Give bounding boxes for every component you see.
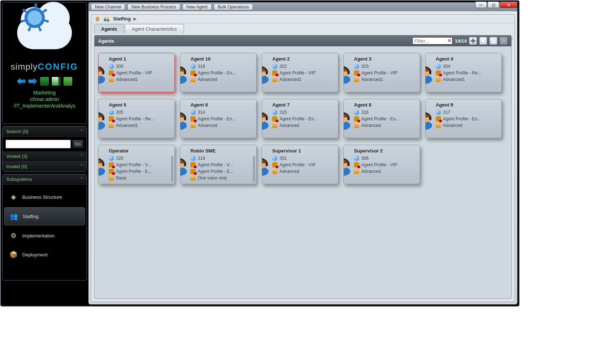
tab-agents[interactable]: Agents	[94, 24, 124, 34]
svg-point-34	[180, 121, 187, 130]
minimize-button[interactable]: —	[475, 1, 487, 8]
agent-card[interactable]: Agent 8 316 Agent Profile - En...Advance…	[343, 99, 420, 138]
agent-avatar-icon	[262, 109, 272, 130]
tab-agent-characteristics[interactable]: Agent Characteristics	[125, 24, 184, 34]
agent-group: Advanced	[443, 122, 462, 129]
search-go-button[interactable]: Go	[72, 140, 84, 148]
profile-icon	[272, 70, 277, 75]
tenant-info: Marketing ct\mar.admin /IT_ImplementerAn…	[4, 89, 85, 109]
agent-card[interactable]: Agent 5 305 Agent Profile - Re...Advance…	[98, 99, 175, 138]
chevron-up-icon: ˄	[81, 177, 83, 182]
agent-extension: 319	[198, 155, 205, 162]
agent-group: Advanced1	[280, 76, 301, 83]
svg-rect-47	[347, 116, 350, 120]
subsystem-icon: ⚙	[8, 231, 19, 241]
bulk-operations-button[interactable]: Bulk Operations	[214, 4, 253, 10]
agent-card[interactable]: Robin SME 319 Agent Profile - V...Agent …	[180, 145, 257, 184]
svg-rect-3	[107, 19, 109, 22]
copy-button[interactable]: 📄	[489, 37, 497, 45]
subsystems-accordion-header[interactable]: Subsystems ˄	[3, 174, 86, 185]
agent-card[interactable]: Agent 4 304 Agent Profile - Re...Advance…	[425, 53, 502, 92]
panel-title: Agents	[98, 38, 114, 44]
profile-icon	[109, 162, 114, 167]
maximize-button[interactable]: ▢	[488, 1, 499, 8]
database-icon[interactable]	[63, 77, 72, 86]
agent-card[interactable]: Supervisor 1 301 Agent Profile - VIPAdva…	[262, 145, 338, 184]
agent-card[interactable]: Agent 6 314 Agent Profile - En...Advance…	[180, 99, 257, 138]
visited-title: Visited (3)	[6, 154, 27, 159]
agent-group: Basic	[116, 175, 127, 181]
agent-card[interactable]: Agent 1 300 Agent Profile - VIPAdvanced1	[98, 53, 175, 92]
agent-card[interactable]: Agent 10 318 Agent Profile - En...Advanc…	[180, 53, 257, 92]
new-channel-button[interactable]: New Channel	[91, 4, 125, 10]
card-scrollbar[interactable]	[171, 156, 173, 182]
svg-rect-57	[102, 162, 104, 166]
profile-icon	[109, 70, 114, 75]
agent-name: Agent 1	[109, 56, 172, 62]
filter-clear-icon[interactable]: ✕	[447, 38, 451, 43]
agent-avatar-icon	[180, 155, 190, 176]
agent-card[interactable]: Operator 320 Agent Profile - V...Agent P…	[98, 145, 175, 184]
agent-name: Operator	[109, 148, 172, 154]
svg-point-29	[98, 121, 105, 130]
agent-extension: 305	[116, 109, 123, 116]
svg-point-24	[425, 75, 432, 84]
save-icon[interactable]	[40, 77, 49, 86]
profile-icon	[190, 116, 196, 121]
home-icon[interactable]	[95, 16, 100, 22]
nav-back-icon[interactable]	[17, 77, 26, 86]
agent-avatar-icon	[343, 155, 353, 176]
visited-accordion-header[interactable]: Visited (3) ˅	[3, 151, 86, 162]
agent-profile: Agent Profile - VIP	[116, 70, 152, 76]
svg-rect-7	[102, 70, 104, 74]
add-button[interactable]: ➕	[469, 37, 477, 45]
agent-name: Agent 4	[436, 56, 499, 62]
group-icon	[272, 77, 277, 82]
card-scrollbar[interactable]	[253, 156, 255, 182]
group-icon	[109, 77, 114, 82]
subsystem-icon: 📦	[8, 249, 19, 260]
group-icon	[190, 123, 196, 128]
svg-rect-37	[184, 116, 186, 120]
nav-forward-icon[interactable]	[28, 77, 37, 86]
sidebar-item-business-structure[interactable]: ◈Business Structure	[4, 188, 85, 206]
group-icon	[190, 77, 196, 82]
agent-card[interactable]: Agent 7 315 Agent Profile - En...Advance…	[262, 99, 338, 138]
remove-button[interactable]: ✖	[479, 37, 487, 45]
agent-card[interactable]: Agent 2 302 Agent Profile - VIPAdvanced1	[262, 53, 338, 92]
extension-icon	[190, 156, 196, 161]
extension-icon	[272, 64, 277, 69]
sidebar-item-deployment[interactable]: 📦Deployment	[4, 246, 85, 263]
extension-icon	[354, 156, 359, 161]
sidebar-item-implementation[interactable]: ⚙Implementation	[4, 227, 85, 244]
breadcrumb[interactable]: Staffing ▶	[91, 15, 515, 23]
agent-extension: 318	[198, 63, 205, 70]
profile-icon	[436, 70, 441, 75]
agent-card[interactable]: Agent 9 317 Agent Profile - En...Advance…	[425, 99, 502, 138]
agent-card[interactable]: Supervisor 2 306 Agent Profile - VIPAdva…	[343, 145, 420, 184]
svg-point-49	[425, 121, 432, 130]
new-business-process-button[interactable]: New Business Process	[127, 4, 180, 10]
search-input[interactable]	[5, 140, 71, 148]
save-as-icon[interactable]	[52, 77, 61, 86]
svg-point-59	[180, 167, 187, 176]
svg-point-64	[262, 167, 269, 176]
group-icon	[109, 175, 114, 181]
search-accordion-header[interactable]: Search (0) ˄	[3, 127, 86, 137]
svg-rect-67	[266, 162, 268, 166]
agent-avatar-icon	[98, 63, 108, 84]
svg-point-19	[343, 75, 350, 84]
invalid-accordion-header[interactable]: Invalid (0) ˅	[3, 162, 86, 171]
agent-extension: 315	[280, 109, 287, 116]
close-button[interactable]: ✕	[500, 1, 517, 8]
agent-extension: 304	[443, 63, 450, 70]
agent-avatar-icon	[343, 109, 353, 130]
filter-input[interactable]	[412, 37, 453, 44]
delete-button[interactable]: 🗑	[500, 37, 508, 45]
agent-card[interactable]: Agent 3 303 Agent Profile - VIPAdvanced1	[343, 53, 420, 92]
sidebar-item-label: Business Structure	[22, 194, 62, 200]
sidebar-item-staffing[interactable]: 👥Staffing	[4, 207, 85, 225]
agent-group: Advanced	[280, 168, 299, 175]
new-agent-button[interactable]: New Agent	[182, 4, 212, 10]
breadcrumb-arrow-icon[interactable]: ▶	[134, 17, 136, 21]
